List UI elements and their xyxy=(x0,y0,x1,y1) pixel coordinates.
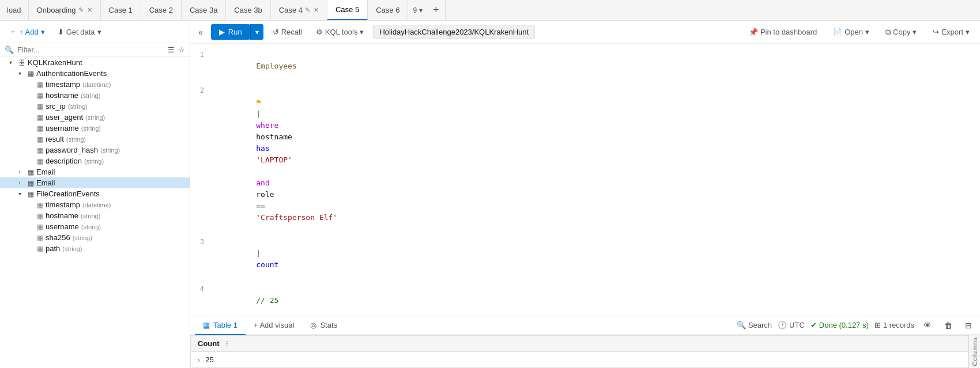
tree-item-email[interactable]: › ▦ Email xyxy=(0,166,190,177)
tree-col-username2[interactable]: ▦ username (string) xyxy=(0,221,190,232)
tab-bar: load Onboarding ✎ ✕ Case 1 Case 2 Case 3… xyxy=(0,0,980,21)
collapse-button[interactable]: « xyxy=(195,25,206,39)
run-dropdown-button[interactable]: ▾ xyxy=(250,24,263,40)
open-icon: 📄 xyxy=(833,28,842,36)
status-done: ✔ Done (0.127 s) xyxy=(811,321,869,329)
play-icon: ▶ xyxy=(219,28,225,36)
tab-case3b[interactable]: Case 3b xyxy=(226,0,270,20)
tree-col-useragent[interactable]: ▦ user_agent (string) xyxy=(0,112,190,123)
path-badge: HolidayHackChallenge2023/KQLKrakenHunt xyxy=(373,25,535,39)
tab-onboarding[interactable]: Onboarding ✎ ✕ xyxy=(29,0,101,20)
tab-case5[interactable]: Case 5 xyxy=(327,0,368,20)
copy-label: Copy xyxy=(893,28,910,36)
chevron-down-icon: ▾ xyxy=(865,28,869,36)
results-tab-table1[interactable]: ▦ Table 1 xyxy=(195,316,246,335)
tree-label: description xyxy=(46,157,82,165)
export-button[interactable]: ↪ Export ▾ xyxy=(927,25,975,39)
code-token-count: count xyxy=(256,260,278,269)
line-number: 2 xyxy=(190,85,211,96)
column-icon: ▦ xyxy=(37,81,43,89)
tree-col-result[interactable]: ▦ result (string) xyxy=(0,134,190,145)
edit-icon[interactable]: ✎ xyxy=(78,6,84,14)
column-icon: ▦ xyxy=(37,212,43,220)
tab-case3a[interactable]: Case 3a xyxy=(182,0,226,20)
line-content: Employees xyxy=(211,49,980,84)
tree-col-username1[interactable]: ▦ username (string) xyxy=(0,123,190,134)
tree-type: (string) xyxy=(73,234,92,241)
line-content: // 25 xyxy=(211,283,980,316)
tree-item-authevents[interactable]: ▾ ▦ AuthenticationEvents xyxy=(0,68,190,79)
results-tab-stats[interactable]: ◎ Stats xyxy=(302,316,345,334)
records-icon: ⊞ xyxy=(875,321,881,329)
run-button[interactable]: ▶ Run xyxy=(211,24,250,40)
utc-button[interactable]: 🕐 UTC xyxy=(778,321,805,329)
column-icon: ▦ xyxy=(37,124,43,132)
edit-icon-case4[interactable]: ✎ xyxy=(305,6,310,14)
code-line-2: 2 ⚑ | where hostname has 'LAPTOP' and ro… xyxy=(190,84,980,236)
filter-input[interactable] xyxy=(17,45,164,54)
tree-label: AuthenticationEvents xyxy=(36,69,107,78)
kql-tools-button[interactable]: ⚙ KQL tools ▾ xyxy=(311,25,369,39)
tree-col-path[interactable]: ▦ path (string) xyxy=(0,243,190,254)
count-col-label: Count xyxy=(198,339,220,348)
clock-icon: 🕐 xyxy=(778,321,787,329)
tree-label: FileCreationEvents xyxy=(36,189,100,198)
columns-panel[interactable]: Columns xyxy=(968,335,980,368)
columns-icon[interactable]: ⊟ xyxy=(962,320,975,331)
tree-col-timestamp1[interactable]: ▦ timestamp (datetime) xyxy=(0,79,190,90)
check-icon: ✔ xyxy=(811,321,817,329)
tab-case1[interactable]: Case 1 xyxy=(101,0,141,20)
toolbar-right: 📌 Pin to dashboard 📄 Open ▾ ⧉ Copy ▾ ↪ E… xyxy=(743,25,975,39)
tree-col-srcip[interactable]: ▦ src_ip (string) xyxy=(0,101,190,112)
results-tab-add-visual[interactable]: + Add visual xyxy=(246,316,302,334)
tree-col-description[interactable]: ▦ description (string) xyxy=(0,155,190,166)
results-table: Count ⋮ › 25 xyxy=(190,335,968,368)
tab-case4[interactable]: Case 4 ✎ ✕ xyxy=(271,0,327,20)
search-button[interactable]: 🔍 Search xyxy=(737,321,772,329)
open-button[interactable]: 📄 Open ▾ xyxy=(827,25,875,39)
tree-root[interactable]: ▾ 🗄 KQLKrakenHunt xyxy=(0,57,190,68)
tab-load[interactable]: load xyxy=(0,0,29,20)
search-icon: 🔍 xyxy=(737,321,746,329)
chevron-down-icon: ▾ xyxy=(97,28,101,36)
add-button[interactable]: ＋ + Add ▾ xyxy=(5,24,50,39)
tree-col-timestamp2[interactable]: ▦ timestamp (datetime) xyxy=(0,199,190,210)
line-content: | count xyxy=(211,236,980,282)
tree-col-hostname2[interactable]: ▦ hostname (string) xyxy=(0,210,190,221)
eye-icon[interactable]: 👁 xyxy=(920,320,935,331)
tab-case2[interactable]: Case 2 xyxy=(141,0,182,20)
get-data-button[interactable]: ⬇ Get data ▾ xyxy=(53,25,106,39)
tree-label: username xyxy=(46,222,79,231)
tab-close-icon[interactable]: ✕ xyxy=(87,6,92,14)
tree-item-filecreation[interactable]: ▾ ▦ FileCreationEvents xyxy=(0,188,190,199)
copy-button[interactable]: ⧉ Copy ▾ xyxy=(880,25,922,39)
warning-icon: ⚑ xyxy=(256,97,261,107)
list-icon[interactable]: ☰ xyxy=(168,45,175,54)
chevron-down-icon: ▾ xyxy=(41,28,45,36)
line-number: 1 xyxy=(190,49,211,60)
tree-label: result xyxy=(46,135,64,143)
pin-to-dashboard-button[interactable]: 📌 Pin to dashboard xyxy=(743,25,823,39)
trash-icon[interactable]: 🗑 xyxy=(941,320,956,331)
table-icon: ▦ xyxy=(28,190,34,198)
expand-row-button[interactable]: › xyxy=(198,356,200,363)
recall-button[interactable]: ↺ Recall xyxy=(268,25,307,39)
code-editor[interactable]: 1 Employees 2 ⚑ | where hostname has 'LA… xyxy=(190,44,980,316)
tree-col-sha256[interactable]: ▦ sha256 (string) xyxy=(0,232,190,243)
tab-count[interactable]: 9 ▾ xyxy=(408,6,427,14)
code-token-and: and xyxy=(256,179,274,187)
add-tab-button[interactable]: + xyxy=(427,0,446,20)
column-icon: ▦ xyxy=(37,223,43,231)
tab-label: Stats xyxy=(320,321,337,329)
tree-col-passwordhash[interactable]: ▦ password_hash (string) xyxy=(0,145,190,155)
query-toolbar: « ▶ Run ▾ ↺ Recall ⚙ KQL tools ▾ Holiday… xyxy=(190,21,980,44)
tree-col-hostname1[interactable]: ▦ hostname (string) xyxy=(0,90,190,101)
close-icon-case4[interactable]: ✕ xyxy=(314,6,319,14)
tab-case6[interactable]: Case 6 xyxy=(368,0,408,20)
count-value: 25 xyxy=(205,355,213,364)
tree-item-employees[interactable]: › ▦ Email xyxy=(0,177,190,188)
get-data-label: Get data xyxy=(66,28,95,36)
star-icon[interactable]: ☆ xyxy=(178,45,185,54)
table-icon: ▦ xyxy=(28,70,34,78)
column-menu-icon[interactable]: ⋮ xyxy=(224,340,230,347)
